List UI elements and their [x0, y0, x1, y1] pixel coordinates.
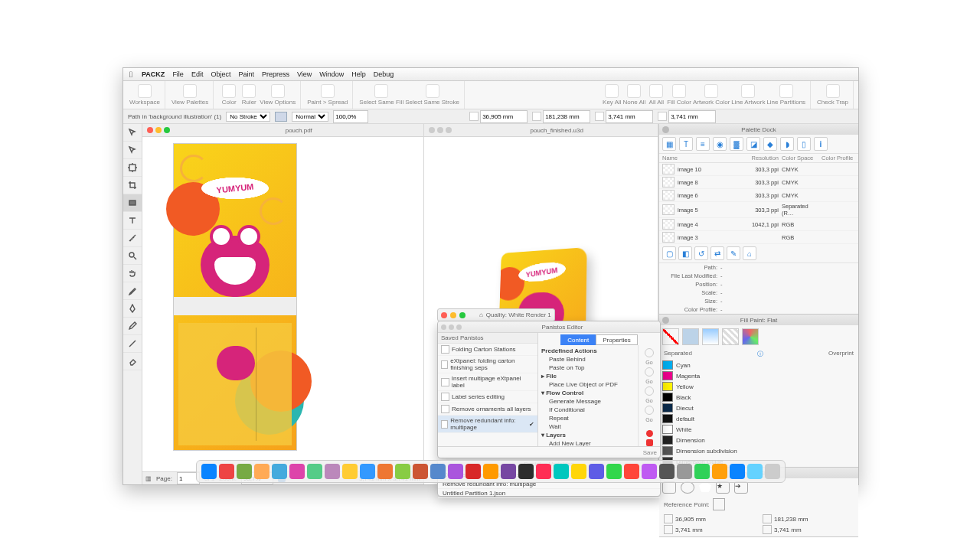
dock-app-icon[interactable] — [219, 464, 234, 479]
dock-app-icon[interactable] — [237, 464, 252, 479]
w-input[interactable] — [606, 110, 653, 123]
menu-prepress[interactable]: Prepress — [262, 70, 289, 78]
tool-rectangle[interactable] — [123, 194, 142, 212]
tool-zoom[interactable] — [123, 247, 142, 265]
tab-color-icon[interactable]: ◆ — [763, 137, 777, 151]
apple-menu-icon[interactable]:  — [129, 70, 132, 79]
panistos-editor[interactable]: Panistos Editor Saved Panistos Folding C… — [437, 321, 661, 458]
tool-hand[interactable] — [123, 265, 142, 282]
fill-pattern-icon[interactable] — [722, 328, 739, 345]
fill-overprint[interactable]: Overprint — [828, 350, 854, 358]
dock-app-icon[interactable] — [483, 464, 498, 479]
separation-row[interactable]: Dimension — [659, 435, 858, 445]
panisto-item[interactable]: Insert multipage eXtpanel label — [438, 373, 537, 391]
fill-gradient-icon[interactable] — [702, 328, 719, 345]
blend-select[interactable]: Normal — [292, 112, 328, 122]
panisto-item[interactable]: Remove ornaments all layers — [438, 403, 537, 416]
fill-none-icon[interactable] — [662, 328, 679, 345]
shape-h[interactable]: 3,741 mm — [774, 527, 802, 533]
dock-app-icon[interactable] — [747, 464, 763, 479]
stop-icon[interactable] — [646, 439, 653, 446]
tab-info-icon[interactable]: i — [814, 137, 828, 151]
image-row[interactable]: image 10303,3 ppiCMYK — [659, 163, 858, 176]
separation-row[interactable]: White — [659, 424, 858, 435]
img-action-1[interactable]: ▢ — [662, 246, 676, 260]
fill-flat-icon[interactable] — [682, 328, 699, 345]
doc-tab-left[interactable]: pouch.pdf — [175, 127, 423, 134]
tab-separations-icon[interactable]: ▦ — [662, 137, 676, 151]
app-name[interactable]: PACKZ — [142, 70, 165, 78]
canvas-flat[interactable]: YUMYUM — [142, 137, 423, 471]
toolbar-key-all[interactable]: Key All — [603, 84, 621, 106]
panisto-tab-properties[interactable]: Properties — [596, 334, 637, 345]
menu-file[interactable]: File — [172, 70, 184, 78]
dock-app-icon[interactable] — [677, 464, 692, 479]
toolbar-color[interactable]: Color — [220, 84, 238, 106]
dock-app-icon[interactable] — [413, 464, 428, 479]
panisto-item[interactable]: Folding Carton Stations — [438, 344, 537, 356]
toolbar-none-all[interactable]: None All — [623, 84, 646, 106]
shape-ellipse-icon[interactable] — [681, 481, 694, 494]
dock-app-icon[interactable] — [360, 464, 375, 479]
h-input[interactable] — [668, 110, 716, 123]
separation-row[interactable]: Dimension subdivision — [659, 445, 858, 456]
shape-w[interactable]: 3,741 mm — [675, 527, 703, 533]
dock-app-icon[interactable] — [377, 464, 393, 479]
img-action-3[interactable]: ↺ — [694, 246, 708, 260]
panisto-step-2[interactable] — [645, 367, 654, 377]
shape-star-icon[interactable]: ★ — [716, 481, 730, 494]
toolbar-line-artwork[interactable]: Line Artwork — [731, 84, 765, 106]
panisto-item[interactable]: Label series editing — [438, 391, 537, 403]
separation-row[interactable]: default — [659, 413, 858, 424]
panisto-step-3[interactable] — [645, 386, 654, 396]
toolbar-select-same-fill[interactable]: Select Same Fill — [359, 84, 403, 106]
panisto-item[interactable]: Remove redundant info: multipage✔ — [438, 416, 537, 433]
dock-app-icon[interactable] — [765, 464, 780, 479]
shape-polygon-icon[interactable] — [699, 481, 711, 492]
tool-selection[interactable] — [123, 124, 142, 142]
menu-window[interactable]: Window — [319, 70, 344, 78]
tab-screen-icon[interactable]: ▓ — [730, 137, 743, 151]
dock-app-icon[interactable] — [501, 464, 516, 479]
toolbar-view-options[interactable]: View Options — [260, 84, 296, 106]
window-controls-right[interactable] — [424, 127, 456, 133]
tab-doc-icon[interactable]: ▯ — [797, 137, 811, 151]
image-row[interactable]: image 3RGB — [659, 231, 858, 244]
dock-app-icon[interactable] — [589, 464, 604, 479]
tab-barcode-icon[interactable]: ≡ — [696, 137, 710, 151]
dock-app-icon[interactable] — [554, 464, 569, 479]
fill-type-row[interactable] — [659, 325, 858, 348]
menu-help[interactable]: Help — [351, 70, 366, 78]
close-icon[interactable] — [662, 126, 669, 133]
dock-app-icon[interactable] — [289, 464, 305, 479]
menu-edit[interactable]: Edit — [191, 70, 204, 78]
dock-app-icon[interactable] — [642, 464, 657, 479]
panvar-row[interactable]: Untitled Partition 1.json — [438, 489, 660, 498]
reference-point-widget[interactable] — [713, 498, 725, 510]
tool-pen[interactable] — [123, 300, 142, 318]
doc-tab-right[interactable]: pouch_finished.u3d — [456, 127, 658, 134]
img-action-4[interactable]: ⇄ — [710, 246, 724, 260]
tool-direct-select[interactable] — [123, 142, 142, 159]
toolbar-check-trap[interactable]: Check Trap — [817, 84, 848, 106]
tool-text[interactable] — [123, 212, 142, 230]
tool-measure[interactable] — [123, 230, 142, 247]
dock-app-icon[interactable] — [272, 464, 287, 479]
fill-image-icon[interactable] — [742, 328, 759, 345]
panisto-tab-content[interactable]: Content — [560, 334, 596, 345]
tool-eraser[interactable] — [123, 353, 142, 370]
stroke-select[interactable]: No Stroke — [226, 112, 270, 122]
image-row[interactable]: image 41042,1 ppiRGB — [659, 218, 858, 231]
image-row[interactable]: image 5303,3 ppiSeparated (R… — [659, 202, 858, 218]
dock-app-icon[interactable] — [730, 464, 745, 479]
toolbar-view-palettes[interactable]: View Palettes — [172, 84, 208, 106]
y-input[interactable] — [543, 110, 590, 123]
panisto-item[interactable]: eXtpanel: folding carton finishing seps — [438, 356, 537, 373]
palette-dock-tabs[interactable]: ▦ T ≡ ◉ ▓ ◪ ◆ ◗ ▯ i — [659, 135, 858, 154]
image-row[interactable]: image 8303,3 ppiCMYK — [659, 176, 858, 189]
mac-dock[interactable] — [196, 460, 786, 483]
panisto-save[interactable]: Save — [643, 449, 657, 456]
toolbar-artwork-color[interactable]: Artwork Color — [693, 84, 730, 106]
menu-view[interactable]: View — [297, 70, 312, 78]
tab-trap-icon[interactable]: ◉ — [713, 137, 727, 151]
